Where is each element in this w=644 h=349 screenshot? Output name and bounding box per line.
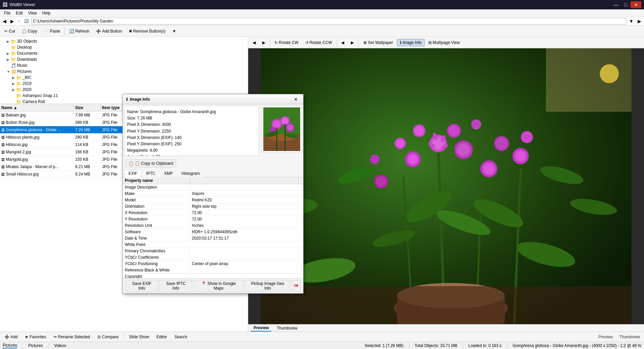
- address-bar: ◀ ▶ ↑ 🔄 ▼ ▶: [0, 17, 644, 26]
- forward-button[interactable]: ▶: [9, 18, 15, 24]
- prev-image-button[interactable]: ◀: [338, 39, 347, 46]
- compare-icon: ⚖: [97, 335, 101, 339]
- tree-item-documents[interactable]: ▶ 📁 Documents: [1, 50, 247, 56]
- tree-item-2019[interactable]: ▶ 📁 2019: [1, 81, 247, 87]
- svg-point-42: [495, 137, 507, 149]
- tree-item-3dobjects[interactable]: ▶ 📁 3D Objects: [1, 38, 247, 44]
- tree-item-2020[interactable]: ▶ 📁 2020: [1, 87, 247, 93]
- exif-row-white-point[interactable]: White Point: [123, 242, 303, 248]
- exif-row-y-resolution[interactable]: Y Resolution 72.00: [123, 216, 303, 222]
- tree-arrow: ▶: [12, 88, 16, 92]
- rotate-cw-button[interactable]: ↻ Rotate CW: [271, 39, 302, 46]
- exif-row-resolution-unit[interactable]: Resolution Unit Inches: [123, 222, 303, 229]
- browse-button[interactable]: ▶: [636, 18, 643, 24]
- status-bar: Pictures Pictures Videos Selected: 1 (7.…: [0, 342, 644, 349]
- dialog-top-section: Name: Gomphrena globosa - Globe Amaranth…: [123, 104, 303, 157]
- svg-point-40: [449, 126, 460, 136]
- remove-button[interactable]: ✖ Remove Button(s): [126, 28, 169, 35]
- selected-status: Selected: 1 (7.26 MB): [365, 343, 404, 348]
- exif-row-orientation[interactable]: Orientation Right side top: [123, 203, 303, 210]
- exif-row-primary-chrom[interactable]: Primary Chromaticities: [123, 248, 303, 254]
- geo-icon-button[interactable]: 🗺: [292, 280, 301, 292]
- col-header-size[interactable]: Size: [74, 104, 101, 111]
- close-button[interactable]: ✕: [631, 1, 641, 8]
- preview-tab[interactable]: Preview: [251, 325, 271, 332]
- exif-row-model[interactable]: Model Redmi K20: [123, 197, 303, 203]
- tree-item-music[interactable]: 🎵 Music: [1, 62, 247, 68]
- address-input[interactable]: [32, 18, 627, 24]
- exif-row-ref-black[interactable]: Reference Black & White: [123, 267, 303, 273]
- thumbview-tab[interactable]: Thumbview: [274, 325, 300, 331]
- set-wallpaper-button[interactable]: 🖥 Set Wallpaper: [360, 39, 396, 46]
- pictures-tab2-status[interactable]: Pictures: [28, 343, 43, 348]
- multipage-view-button[interactable]: ⊞ Multipage View: [425, 39, 463, 46]
- exif-row-ycbcr-pos[interactable]: YCbCr Positioning Center of pixel array: [123, 261, 303, 267]
- cut-button[interactable]: ✂ Cut: [1, 28, 18, 35]
- slideshow-btn[interactable]: Slide Show: [126, 334, 152, 340]
- show-google-maps-button[interactable]: 📍 Show in Google Maps: [194, 280, 244, 292]
- svg-point-58: [282, 117, 288, 124]
- back-button[interactable]: ◀: [1, 18, 8, 24]
- minimize-button[interactable]: —: [611, 1, 621, 8]
- filter-button[interactable]: ▼: [169, 28, 179, 35]
- tree-item-pictures[interactable]: ▼ 🖼 Pictures: [1, 68, 247, 74]
- search-btn[interactable]: Search: [171, 334, 190, 340]
- tab-xmp[interactable]: XMP: [160, 169, 177, 177]
- maximize-button[interactable]: □: [622, 1, 630, 8]
- menu-edit[interactable]: Edit: [13, 10, 25, 16]
- add-button[interactable]: ➕ Add Button: [93, 28, 125, 35]
- tree-item-desktop[interactable]: 📁 Desktop: [1, 44, 247, 50]
- exif-table-header: Property name: [123, 177, 303, 184]
- img-back-button[interactable]: ◀: [250, 39, 259, 46]
- add-btn[interactable]: ➕ Add: [1, 334, 20, 340]
- exif-row-make[interactable]: Make Xiaomi: [123, 191, 303, 197]
- exif-row-software[interactable]: Software HDR+ 1.0.259844065zdh: [123, 229, 303, 235]
- videos-tab-status[interactable]: Videos: [54, 343, 66, 348]
- tree-item-downloads[interactable]: ▶ 📁 Downloads: [1, 56, 247, 62]
- image-info-button[interactable]: ℹ Image Info: [397, 39, 425, 46]
- exif-row-ycbcr-coeff[interactable]: YCbCr Coefficients: [123, 254, 303, 261]
- pictures-tab-status[interactable]: Pictures: [3, 343, 17, 348]
- tab-iptc[interactable]: IPTC: [142, 169, 160, 177]
- dialog-close-button[interactable]: ✕: [292, 96, 300, 103]
- exif-row-copyright[interactable]: Copyright: [123, 273, 303, 278]
- favorites-btn[interactable]: ★ Favorites: [22, 334, 49, 340]
- menu-view[interactable]: View: [25, 10, 40, 16]
- svg-point-38: [415, 126, 424, 135]
- next-image-button[interactable]: ▶: [348, 39, 357, 46]
- img-forward-button[interactable]: ▶: [259, 39, 268, 46]
- exif-row-x-resolution[interactable]: X Resolution 72.00: [123, 210, 303, 216]
- folder-icon: 🖼: [11, 69, 16, 74]
- copy-button[interactable]: 📋 Copy: [19, 28, 40, 35]
- refresh-button[interactable]: 🔄 Refresh: [66, 28, 92, 35]
- expand-button[interactable]: ▼: [628, 18, 635, 24]
- col-header-name[interactable]: Name ▲: [0, 104, 74, 111]
- info-icon: ℹ: [400, 40, 401, 45]
- tree-arrow: ▶: [7, 58, 11, 61]
- cut-icon: ✂: [4, 29, 8, 34]
- save-exif-button[interactable]: Save EXIF Info: [125, 280, 158, 292]
- tab-exif[interactable]: EXIF: [124, 169, 142, 177]
- refresh-addr-button[interactable]: 🔄: [23, 18, 30, 23]
- menu-help[interactable]: Help: [40, 10, 53, 16]
- rotate-ccw-button[interactable]: ↺ Rotate CCW: [302, 39, 335, 46]
- image-svg: [248, 48, 644, 324]
- save-iptc-button[interactable]: Save IPTC Info: [159, 280, 192, 292]
- main-toolbar: ✂ Cut 📋 Copy 📄 Paste 🔄 Refresh ➕ Add But…: [0, 26, 644, 37]
- up-button[interactable]: ↑: [17, 19, 21, 23]
- paste-button[interactable]: 📄 Paste: [41, 28, 63, 35]
- pickup-geo-button[interactable]: Pickup Image Geo Info: [245, 280, 290, 292]
- exif-row-datetime[interactable]: Date & Time 2020:03:17 17:51:17: [123, 235, 303, 242]
- copy-clipboard-button[interactable]: 📋 📋 Copy to Clipboard: [125, 159, 176, 167]
- tab-histogram[interactable]: Histogram: [177, 169, 204, 177]
- exif-row-image-description[interactable]: Image Description: [123, 184, 303, 191]
- compare-btn[interactable]: ⚖ Compare: [94, 334, 121, 340]
- editor-btn[interactable]: Editor: [154, 334, 170, 340]
- svg-point-47: [370, 155, 379, 164]
- filename-status: Gomphrena globosa - Globe Amaranth.jpg -…: [513, 343, 641, 348]
- exif-table-body[interactable]: Image Description Make Xiaomi Model Redm…: [123, 184, 303, 278]
- tree-item-bic[interactable]: ▶ 📁 _BIC: [1, 74, 247, 81]
- menu-file[interactable]: File: [1, 10, 13, 16]
- rename-selected-btn[interactable]: ✏ Rename Selected: [51, 334, 93, 340]
- bottom-toolbar: ➕ Add ★ Favorites ✏ Rename Selected ⚖ Co…: [0, 332, 644, 342]
